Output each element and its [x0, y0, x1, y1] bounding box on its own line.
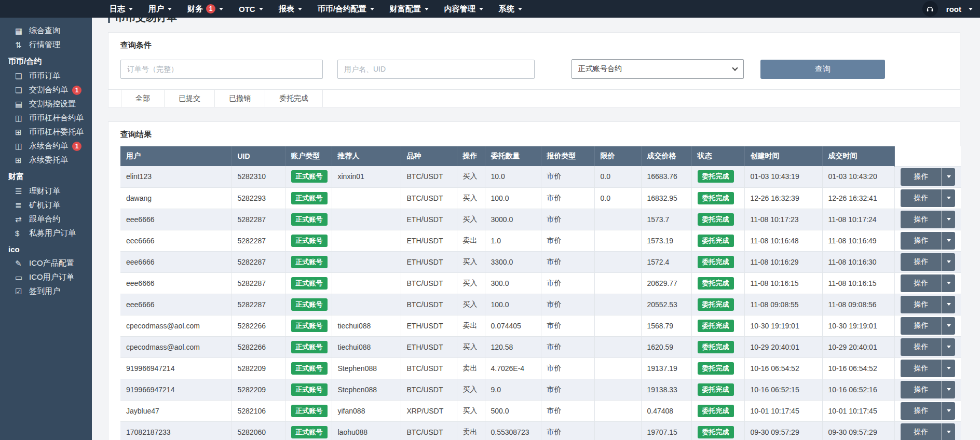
- cell-limit: [594, 336, 641, 358]
- clipboard-icon: ▤: [15, 100, 29, 109]
- action-dropdown-button[interactable]: [942, 253, 955, 271]
- cell-created: 12-26 16:32:39: [744, 187, 822, 209]
- sidebar-item[interactable]: ≣ 矿机订单: [0, 198, 92, 212]
- filter-tab[interactable]: 已提交: [165, 90, 215, 107]
- action-button[interactable]: 操作: [901, 360, 942, 377]
- action-button[interactable]: 操作: [901, 296, 942, 313]
- cell-side: 卖出: [457, 421, 485, 440]
- sidebar-item[interactable]: $ 私募用户订单: [0, 226, 92, 240]
- action-dropdown-button[interactable]: [942, 274, 955, 292]
- cell-account-type: 正式账号: [285, 336, 332, 358]
- cell-deal-price: 19707.15: [641, 421, 691, 440]
- action-button[interactable]: 操作: [901, 274, 942, 292]
- sidebar-item[interactable]: ❏ 交割合约单 1: [0, 83, 92, 97]
- monitor-icon: ▭: [15, 273, 29, 282]
- cell-pair: BTC/USDT: [401, 166, 457, 187]
- status-badge: 委托完成: [698, 362, 734, 375]
- sidebar-item[interactable]: ▤ 交割场控设置: [0, 97, 92, 111]
- cell-user: Jayblue47: [120, 400, 232, 421]
- nav-menu-item[interactable]: 币币/合约配置: [310, 0, 382, 18]
- action-dropdown-button[interactable]: [942, 317, 955, 335]
- nav-menu-item[interactable]: 报表: [271, 0, 310, 18]
- sidebar-item[interactable]: ⇄ 跟单合约: [0, 212, 92, 226]
- sidebar-section-header: 币币/合约: [0, 52, 92, 69]
- cell-price-type: 市价: [541, 166, 594, 187]
- action-button[interactable]: 操作: [901, 317, 942, 335]
- action-button[interactable]: 操作: [901, 232, 942, 250]
- sidebar-item[interactable]: ⊞ 永续委托单: [0, 153, 92, 167]
- sidebar-item[interactable]: ⇅ 行情管理: [0, 38, 92, 52]
- nav-menu-item[interactable]: 系统: [491, 0, 530, 18]
- nav-menu-item[interactable]: 日志: [102, 0, 141, 18]
- action-dropdown-button[interactable]: [942, 423, 955, 440]
- cell-price-type: 市价: [541, 294, 594, 315]
- action-dropdown-button[interactable]: [942, 232, 955, 250]
- table-row: eee6666 5282287 正式账号 ETH/USDT 买入 3000.0 …: [120, 209, 961, 230]
- copy-icon: ◫: [15, 114, 29, 123]
- action-dropdown-button[interactable]: [942, 381, 955, 398]
- chevron-down-icon: [947, 303, 951, 306]
- cell-dealt: 11-08 10:16:30: [822, 251, 894, 272]
- chevron-down-icon: [947, 175, 951, 178]
- filter-tab[interactable]: 委托完成: [265, 90, 323, 107]
- action-dropdown-button[interactable]: [942, 296, 955, 313]
- cell-referrer: [332, 251, 401, 272]
- dollar-icon: $: [15, 229, 29, 238]
- cell-created: 11-08 10:17:23: [744, 209, 822, 230]
- action-button[interactable]: 操作: [901, 189, 942, 207]
- nav-menu-item[interactable]: 财富配置: [382, 0, 437, 18]
- filter-tab[interactable]: 全部: [121, 90, 165, 107]
- sidebar-item[interactable]: ◫ 永续合约单 1: [0, 139, 92, 153]
- user-uid-input[interactable]: [337, 60, 535, 79]
- sidebar-item[interactable]: ▭ ICO用户订单: [0, 270, 92, 284]
- cell-account-type: 正式账号: [285, 315, 332, 336]
- cell-side: 买入: [457, 379, 485, 400]
- order-no-input[interactable]: [120, 60, 323, 79]
- status-badge: 委托完成: [698, 192, 734, 204]
- nav-menu-item[interactable]: 用户: [141, 0, 180, 18]
- sidebar-item[interactable]: ✎ ICO产品配置: [0, 256, 92, 270]
- cell-limit: [594, 209, 641, 230]
- action-button[interactable]: 操作: [901, 423, 942, 440]
- nav-menu-item[interactable]: 内容管理: [437, 0, 491, 18]
- cell-actions: 操作: [894, 294, 961, 315]
- action-dropdown-button[interactable]: [942, 211, 955, 228]
- action-button[interactable]: 操作: [901, 253, 942, 271]
- cell-dealt: 01-03 10:43:20: [822, 166, 894, 187]
- filter-tab[interactable]: 已撤销: [215, 90, 265, 107]
- action-dropdown-button[interactable]: [942, 360, 955, 377]
- sidebar-item[interactable]: ▦ 综合查询: [0, 24, 92, 38]
- user-menu[interactable]: root: [946, 5, 973, 13]
- nav-menu-item[interactable]: OTC: [231, 0, 271, 18]
- copy-icon: ◫: [15, 142, 29, 151]
- sidebar-item[interactable]: ☰ 理财订单: [0, 184, 92, 198]
- sidebar-item[interactable]: ◫ 币币杠杆合约单: [0, 111, 92, 125]
- headset-icon[interactable]: [922, 1, 938, 17]
- chevron-down-icon: [947, 260, 951, 263]
- action-button[interactable]: 操作: [901, 402, 942, 420]
- main-content: 币币交易订单 查询条件 正式账号合约 查询 全部 已提交 已撤销 委托完成 查询…: [92, 10, 980, 440]
- sidebar-item[interactable]: ⊞ 币币杠杆委托单: [0, 125, 92, 139]
- action-button[interactable]: 操作: [901, 168, 942, 186]
- account-type-select[interactable]: 正式账号合约: [571, 59, 744, 79]
- cell-account-type: 正式账号: [285, 294, 332, 315]
- action-button[interactable]: 操作: [901, 381, 942, 398]
- action-dropdown-button[interactable]: [942, 338, 955, 356]
- action-dropdown-button[interactable]: [942, 402, 955, 420]
- cell-amount: 1.0: [485, 230, 541, 251]
- query-button[interactable]: 查询: [760, 60, 885, 79]
- cell-user: dawang: [120, 187, 232, 209]
- sidebar-item[interactable]: ☑ 签到用户: [0, 284, 92, 298]
- notification-badge: 1: [72, 86, 81, 95]
- action-button[interactable]: 操作: [901, 211, 942, 228]
- cell-account-type: 正式账号: [285, 400, 332, 421]
- action-button[interactable]: 操作: [901, 338, 942, 356]
- cell-referrer: [332, 294, 401, 315]
- action-dropdown-button[interactable]: [942, 168, 955, 186]
- table-row: eee6666 5282287 正式账号 BTC/USDT 买入 100.0 市…: [120, 294, 961, 315]
- sidebar-item[interactable]: ❏ 币币订单: [0, 69, 92, 83]
- cell-uid: 5282266: [232, 315, 285, 336]
- action-dropdown-button[interactable]: [942, 189, 955, 207]
- cell-uid: 5282287: [232, 272, 285, 294]
- nav-menu-item[interactable]: 财务 1: [180, 0, 231, 18]
